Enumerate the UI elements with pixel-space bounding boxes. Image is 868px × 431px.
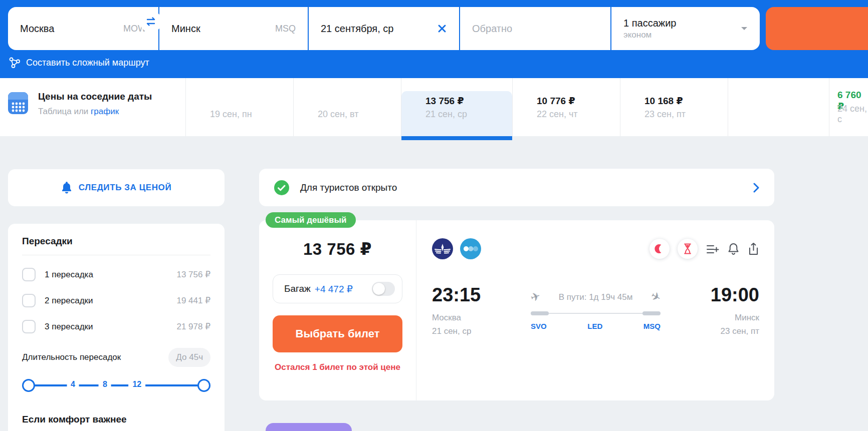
return-date-placeholder: Обратно: [472, 23, 512, 35]
route-track: [531, 311, 661, 315]
filter-row-1-transfer: 1 пересадка 13 756 ₽: [22, 268, 210, 281]
layover-airport-code: LED: [587, 322, 602, 330]
layover-duration-row: Длительность пересадок До 45ч: [22, 348, 210, 367]
subscribe-bell-icon[interactable]: [727, 242, 740, 256]
follow-price-label: СЛЕДИТЬ ЗА ЦЕНОЙ: [79, 183, 172, 193]
passengers-field[interactable]: 1 пассажир эконом: [611, 7, 760, 50]
day-date: 23 сен, пт: [644, 109, 728, 120]
toggle-knob: [373, 283, 385, 295]
slider-track: [27, 384, 205, 386]
takeoff-plane-icon: ✈: [529, 289, 542, 305]
cheapest-badge: Самый дешёвый: [266, 212, 356, 228]
day-price: 13 756 ₽: [425, 95, 512, 106]
chart-view-link[interactable]: график: [91, 107, 119, 116]
price-alert-bell-icon: [61, 182, 72, 194]
layover-duration-slider: 4 8 12: [22, 379, 210, 392]
return-date-field[interactable]: Обратно: [460, 7, 610, 50]
search-flights-button[interactable]: [766, 7, 868, 50]
layover-duration-value: До 45ч: [168, 348, 210, 367]
calendar-title: Цены на соседние даты: [38, 91, 152, 102]
tourist-banner-text: Для туристов открыто: [300, 182, 742, 193]
filter-label: 3 пересадки: [45, 322, 167, 332]
origin-field[interactable]: Москва MOW: [8, 7, 158, 50]
follow-price-button[interactable]: СЛЕДИТЬ ЗА ЦЕНОЙ: [8, 169, 225, 206]
calendar-day-19[interactable]: 19 сен, пн: [185, 78, 293, 136]
track-start-cap: [531, 311, 549, 315]
day-price: [210, 95, 293, 106]
arrival-airport-code: MSQ: [643, 322, 661, 330]
day-price: [318, 95, 401, 106]
complex-route-link[interactable]: Составить сложный маршрут: [8, 56, 149, 69]
share-icon[interactable]: [748, 242, 759, 256]
flight-action-icons: [649, 239, 759, 259]
route-middle: ✈ В пути: 1д 19ч 45м ✈ SVO LED MSQ: [531, 284, 661, 336]
slider-tick-12: 12: [128, 380, 145, 389]
departure-block: 23:15 Москва 21 сен, ср: [432, 284, 510, 336]
divider: [22, 255, 210, 255]
checkbox-3-transfers[interactable]: [22, 320, 36, 333]
header: Москва MOW Минск MSQ 21 сентября, ср Обр…: [0, 0, 868, 78]
calendar-day-21-selected[interactable]: 13 756 ₽ 21 сен, ср: [401, 78, 512, 136]
checkbox-2-transfers[interactable]: [22, 294, 36, 307]
filters-panel: Пересадки 1 пересадка 13 756 ₽ 2 пересад…: [8, 224, 225, 431]
filter-row-3-transfers: 3 пересадки 21 978 ₽: [22, 320, 210, 333]
filter-price: 21 978 ₽: [176, 321, 210, 332]
calendar-day-20[interactable]: 20 сен, вт: [293, 78, 401, 136]
transfers-title: Пересадки: [22, 236, 210, 247]
duration-row: ✈ В пути: 1д 19ч 45м ✈: [531, 290, 661, 304]
swap-directions-button[interactable]: [140, 11, 162, 33]
chevron-right-icon: [753, 183, 759, 193]
departure-city: Москва: [432, 313, 510, 323]
night-flight-icon: [649, 239, 670, 259]
cheapest-badge-label: Самый дешёвый: [275, 215, 347, 225]
ticket-card: 13 756 ₽ Багаж +4 472 ₽ Выбрать билет Ос…: [259, 220, 774, 400]
calendar-spacer: [728, 78, 829, 136]
departure-airport-code: SVO: [531, 322, 547, 330]
price-calendar-strip: Цены на соседние даты Таблица или график…: [0, 78, 868, 136]
long-layover-icon: [678, 239, 698, 259]
arrival-time: 19:00: [682, 284, 759, 306]
calendar-day-22[interactable]: 10 776 ₽ 22 сен, чт: [512, 78, 620, 136]
arrival-date: 23 сен, пт: [682, 326, 759, 336]
depart-date-field[interactable]: 21 сентября, ср: [309, 7, 459, 50]
flight-top-row: [432, 238, 759, 259]
next-ticket-badge-partial: [266, 423, 352, 431]
scarcity-warning: Остался 1 билет по этой цене: [275, 361, 401, 374]
dots-airline-logo: [460, 238, 481, 259]
depart-date-value: 21 сентября, ср: [321, 23, 393, 35]
calendar-columns: 19 сен, пн 20 сен, вт 13 756 ₽ 21 сен, с…: [185, 78, 868, 136]
destination-field[interactable]: Минск MSQ: [159, 7, 308, 50]
arrival-city: Минск: [682, 313, 759, 323]
calendar-day-23[interactable]: 10 168 ₽ 23 сен, пт: [620, 78, 728, 136]
slider-handle-min[interactable]: [22, 379, 35, 392]
baggage-price: +4 472 ₽: [315, 283, 353, 295]
departure-time: 23:15: [432, 284, 510, 306]
departure-date: 21 сен, ср: [432, 326, 510, 336]
filter-row-2-transfers: 2 пересадки 19 441 ₽: [22, 294, 210, 307]
filter-price: 19 441 ₽: [176, 295, 210, 306]
slider-handle-max[interactable]: [197, 379, 210, 392]
flight-duration: В пути: 1д 19ч 45м: [559, 292, 633, 302]
airport-codes: SVO LED MSQ: [531, 322, 661, 330]
baggage-option[interactable]: Багаж +4 472 ₽: [273, 274, 402, 303]
day-price: 10 168 ₽: [644, 95, 728, 106]
track-end-cap: [642, 311, 661, 315]
slider-tick-4: 4: [67, 380, 79, 389]
checkbox-1-transfer[interactable]: [22, 268, 36, 281]
filter-label: 2 пересадки: [45, 296, 167, 306]
ticket-price-section: 13 756 ₽ Багаж +4 472 ₽ Выбрать билет Ос…: [259, 220, 416, 400]
layover-duration-label: Длительность пересадок: [22, 352, 121, 362]
calendar-day-24[interactable]: 6 760 ₽ 24 сен, с: [829, 78, 868, 136]
tourist-banner[interactable]: Для туристов открыто: [259, 169, 774, 206]
day-price: 10 776 ₽: [537, 95, 620, 106]
day-date: 21 сен, ср: [425, 109, 512, 120]
select-ticket-button[interactable]: Выбрать билет: [273, 315, 402, 352]
baggage-toggle[interactable]: [372, 282, 395, 296]
day-date: 20 сен, вт: [318, 109, 401, 120]
filter-price: 13 756 ₽: [176, 269, 210, 280]
table-view-label: Таблица: [38, 107, 72, 116]
slider-tick-8: 8: [99, 380, 111, 389]
tariff-list-icon[interactable]: [706, 242, 719, 256]
clear-date-icon[interactable]: [437, 24, 447, 34]
filter-label: 1 пересадка: [45, 270, 167, 280]
